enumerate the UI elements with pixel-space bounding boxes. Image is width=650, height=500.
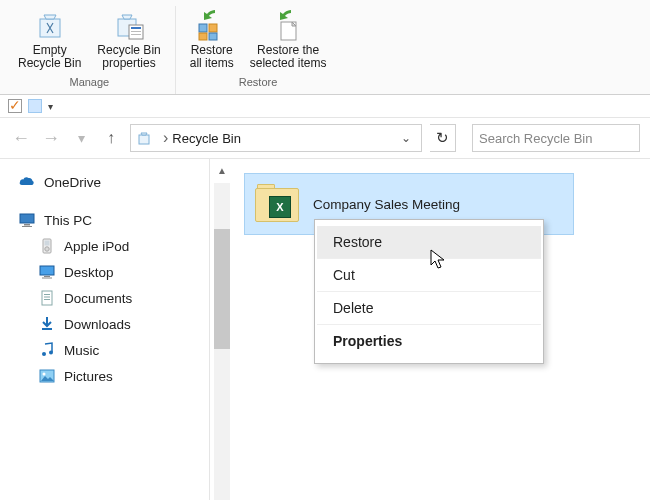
recycle-bin-props-icon <box>112 8 146 42</box>
empty-recycle-bin-button[interactable]: Empty Recycle Bin <box>10 6 89 74</box>
file-name: Company Sales Meeting <box>313 197 460 212</box>
restore-selected-items-button[interactable]: Restore the selected items <box>242 6 335 74</box>
refresh-button[interactable]: ↻ <box>430 124 456 152</box>
sidebar-item-appleipod[interactable]: Apple iPod <box>38 233 209 259</box>
svg-point-29 <box>43 373 46 376</box>
history-dropdown[interactable]: ▾ <box>70 130 92 146</box>
address-dropdown-icon[interactable]: ⌄ <box>401 131 417 145</box>
sidebar-item-label: Music <box>64 343 99 358</box>
svg-rect-18 <box>40 266 54 275</box>
sidebar-item-label: This PC <box>44 213 92 228</box>
sidebar-item-documents[interactable]: Documents <box>38 285 209 311</box>
thispc-icon <box>18 211 36 229</box>
content-pane[interactable]: X Company Sales Meeting Restore Cut Dele… <box>234 159 650 500</box>
svg-rect-21 <box>42 291 52 305</box>
downloads-icon <box>38 315 56 333</box>
sidebar-item-downloads[interactable]: Downloads <box>38 311 209 337</box>
sidebar-item-label: Apple iPod <box>64 239 129 254</box>
up-button[interactable]: ↑ <box>100 129 122 147</box>
back-button[interactable]: ← <box>10 128 32 149</box>
forward-button[interactable]: → <box>40 128 62 149</box>
svg-rect-23 <box>44 297 50 298</box>
music-icon <box>38 341 56 359</box>
sidebar-item-pictures[interactable]: Pictures <box>38 363 209 389</box>
svg-rect-20 <box>42 278 52 279</box>
scroll-up-icon[interactable]: ▲ <box>214 165 230 181</box>
context-menu: Restore Cut Delete Properties <box>314 219 544 364</box>
sidebar-item-label: Pictures <box>64 369 113 384</box>
recycle-bin-properties-button[interactable]: Recycle Bin properties <box>89 6 168 74</box>
svg-rect-13 <box>24 224 30 226</box>
ribbon-group-title-manage: Manage <box>69 74 109 92</box>
restore-selected-icon <box>271 8 305 42</box>
qat-item-icon[interactable] <box>28 99 42 113</box>
svg-rect-7 <box>209 24 217 32</box>
ribbon-group-restore: Restore all items Restore the selected i… <box>176 6 341 94</box>
svg-rect-12 <box>20 214 34 223</box>
sidebar-item-desktop[interactable]: Desktop <box>38 259 209 285</box>
svg-rect-4 <box>131 31 141 32</box>
search-input[interactable]: Search Recycle Bin <box>472 124 640 152</box>
breadcrumb-separator-icon: › <box>163 129 168 147</box>
svg-rect-22 <box>44 294 50 295</box>
svg-rect-14 <box>22 226 32 227</box>
svg-rect-25 <box>42 328 52 330</box>
context-cut[interactable]: Cut <box>317 259 541 292</box>
svg-point-27 <box>49 351 53 355</box>
documents-icon <box>38 289 56 307</box>
sidebar-item-label: OneDrive <box>44 175 101 190</box>
svg-point-26 <box>42 352 46 356</box>
sidebar-item-thispc[interactable]: This PC <box>18 205 209 233</box>
svg-rect-3 <box>131 27 141 29</box>
recycle-bin-empty-icon <box>33 8 67 42</box>
sidebar-item-onedrive[interactable]: OneDrive <box>18 169 209 195</box>
restore-all-icon <box>195 8 229 42</box>
breadcrumb-location[interactable]: Recycle Bin <box>172 131 241 146</box>
address-bar[interactable]: › Recycle Bin ⌄ <box>130 124 422 152</box>
scrollbar-thumb[interactable] <box>214 229 230 349</box>
svg-rect-6 <box>199 24 207 32</box>
context-properties[interactable]: Properties <box>317 325 541 357</box>
desktop-icon <box>38 263 56 281</box>
recycle-bin-icon <box>135 129 153 147</box>
pictures-icon <box>38 367 56 385</box>
svg-rect-16 <box>45 241 50 246</box>
svg-rect-24 <box>44 299 50 300</box>
sidebar-item-label: Desktop <box>64 265 114 280</box>
folder-excel-icon: X <box>255 182 303 226</box>
ribbon: Empty Recycle Bin Recycle Bin properties… <box>0 0 650 95</box>
restore-all-items-button[interactable]: Restore all items <box>182 6 242 74</box>
sidebar-item-music[interactable]: Music <box>38 337 209 363</box>
sidebar: OneDrive This PC Apple iPod Desktop Docu… <box>0 159 210 500</box>
sidebar-item-label: Downloads <box>64 317 131 332</box>
svg-rect-9 <box>209 33 217 40</box>
cursor-icon <box>430 249 448 271</box>
scrollbar-track[interactable] <box>214 183 230 500</box>
svg-point-17 <box>45 247 49 251</box>
context-delete[interactable]: Delete <box>317 292 541 325</box>
navigation-bar: ← → ▾ ↑ › Recycle Bin ⌄ ↻ Search Recycle… <box>0 118 650 159</box>
onedrive-icon <box>18 173 36 191</box>
svg-rect-5 <box>131 34 141 35</box>
sidebar-scrollbar[interactable]: ▲ ▼ <box>210 159 234 500</box>
svg-rect-8 <box>199 33 207 40</box>
ipod-icon <box>38 237 56 255</box>
main-body: OneDrive This PC Apple iPod Desktop Docu… <box>0 159 650 500</box>
svg-rect-19 <box>44 276 50 277</box>
quick-access-toolbar: ▾ <box>0 95 650 118</box>
qat-checkbox-icon[interactable] <box>8 99 22 113</box>
context-restore[interactable]: Restore <box>317 226 541 259</box>
qat-dropdown-icon[interactable]: ▾ <box>48 101 53 112</box>
svg-rect-11 <box>139 135 149 144</box>
sidebar-item-label: Documents <box>64 291 132 306</box>
ribbon-group-manage: Empty Recycle Bin Recycle Bin properties… <box>4 6 176 94</box>
ribbon-group-title-restore: Restore <box>239 74 278 92</box>
